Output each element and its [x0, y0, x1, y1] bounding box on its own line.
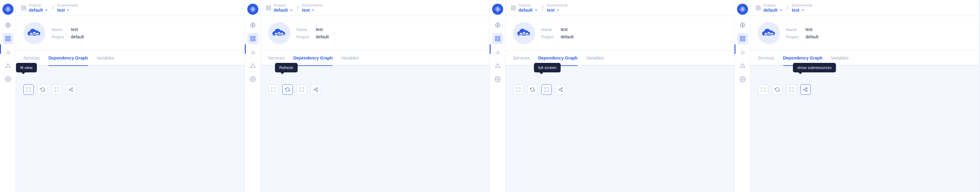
refresh-button[interactable] — [38, 84, 48, 95]
chart-icon[interactable] — [492, 47, 503, 58]
svg-point-78 — [803, 89, 805, 90]
refresh-button[interactable] — [282, 84, 293, 95]
tab-dependency-graph[interactable]: Dependency Graph — [293, 50, 333, 66]
tab-variables[interactable]: Variables — [97, 50, 114, 66]
projects-nav: Projects default — [29, 3, 49, 13]
grid-icon[interactable] — [492, 33, 503, 44]
fullscreen-button[interactable] — [52, 84, 62, 95]
grid-icon[interactable] — [737, 33, 748, 44]
header-grid-icon[interactable] — [21, 5, 26, 11]
refresh-button[interactable] — [772, 84, 783, 95]
chart-icon[interactable] — [2, 47, 14, 58]
tooltip: Refresh — [275, 63, 298, 72]
projects-chevron[interactable] — [44, 8, 49, 12]
fit-view-button[interactable] — [268, 84, 278, 95]
globe-icon[interactable] — [737, 20, 748, 31]
environments-chevron[interactable] — [311, 8, 315, 12]
triangle-icon[interactable] — [2, 60, 14, 71]
active-indicator — [490, 44, 491, 54]
refresh-button[interactable] — [527, 84, 538, 95]
environments-value[interactable]: test — [547, 8, 567, 13]
sidebar-logo[interactable] — [247, 4, 258, 15]
environments-value[interactable]: test — [57, 8, 78, 13]
grid-icon[interactable] — [2, 33, 14, 44]
fit-view-button[interactable] — [23, 84, 34, 95]
svg-point-8 — [7, 79, 9, 80]
panel-3: Projects default / Environments test Nam… — [490, 0, 735, 192]
tooltip: full screen — [534, 63, 561, 72]
share-button[interactable] — [555, 84, 566, 95]
tab-variables[interactable]: Variables — [586, 50, 604, 66]
environments-chevron[interactable] — [556, 8, 560, 12]
fullscreen-button[interactable] — [786, 84, 797, 95]
projects-chevron[interactable] — [289, 8, 293, 12]
projects-value[interactable]: default — [274, 8, 293, 13]
projects-label: Projects — [519, 3, 538, 7]
projects-chevron[interactable] — [779, 8, 783, 12]
gear-icon[interactable] — [737, 74, 748, 85]
gear-icon[interactable] — [247, 74, 258, 85]
svg-rect-10 — [24, 6, 26, 7]
projects-value[interactable]: default — [519, 8, 538, 13]
header-grid-icon[interactable] — [266, 5, 271, 11]
globe-icon[interactable] — [492, 20, 503, 31]
env-details: Name test Project default — [52, 27, 84, 39]
toolbar-area: full screen — [506, 66, 734, 192]
svg-rect-25 — [253, 36, 255, 38]
environments-value[interactable]: test — [302, 8, 323, 13]
tab-services[interactable]: Services — [513, 50, 530, 66]
share-button[interactable] — [310, 84, 321, 95]
header-grid-icon[interactable] — [756, 5, 761, 11]
svg-rect-31 — [266, 8, 268, 10]
chart-icon[interactable] — [737, 47, 748, 58]
tab-services[interactable]: Services — [758, 50, 775, 66]
environments-chevron[interactable] — [800, 8, 805, 12]
fit-view-button[interactable] — [513, 84, 523, 95]
fullscreen-button[interactable] — [541, 84, 552, 95]
sidebar — [245, 0, 261, 192]
sidebar-logo[interactable] — [737, 4, 748, 15]
svg-point-57 — [561, 87, 563, 89]
env-details: Name test Project default — [541, 27, 574, 39]
projects-label: Projects — [764, 3, 783, 7]
triangle-icon[interactable] — [737, 60, 748, 71]
globe-icon[interactable] — [247, 20, 258, 31]
nav-divider: / — [52, 5, 54, 11]
gear-icon[interactable] — [492, 74, 503, 85]
globe-icon[interactable] — [2, 20, 14, 31]
header-grid-icon[interactable] — [511, 5, 516, 11]
grid-icon[interactable] — [247, 33, 258, 44]
environment-icon — [268, 22, 290, 44]
panel-4: Projects default / Environments test Nam… — [735, 0, 979, 192]
fit-view-button[interactable] — [758, 84, 768, 95]
chart-icon[interactable] — [247, 47, 258, 58]
environment-icon — [513, 22, 535, 44]
share-button[interactable] — [800, 84, 811, 95]
environments-value[interactable]: test — [792, 8, 812, 13]
svg-rect-72 — [759, 8, 760, 10]
name-value: test — [561, 27, 568, 32]
sidebar-logo[interactable] — [2, 4, 14, 15]
svg-rect-29 — [266, 6, 268, 7]
toolbar-area: Refresh — [261, 66, 489, 192]
svg-point-62 — [741, 9, 743, 10]
gear-icon[interactable] — [2, 74, 14, 85]
svg-rect-6 — [6, 39, 7, 41]
triangle-icon[interactable] — [492, 60, 503, 71]
projects-value[interactable]: default — [29, 8, 49, 13]
fullscreen-button[interactable] — [296, 84, 307, 95]
projects-chevron[interactable] — [534, 8, 538, 12]
svg-point-19 — [72, 90, 73, 92]
environments-chevron[interactable] — [66, 8, 70, 12]
sidebar-logo[interactable] — [492, 4, 503, 15]
svg-rect-67 — [743, 39, 745, 41]
svg-point-58 — [559, 89, 560, 90]
project-row: Project default — [541, 35, 574, 39]
projects-value[interactable]: default — [764, 8, 783, 13]
tab-dependency-graph[interactable]: Dependency Graph — [49, 50, 88, 66]
tab-variables[interactable]: Variables — [341, 50, 359, 66]
name-row: Name test — [786, 27, 818, 32]
triangle-icon[interactable] — [247, 60, 258, 71]
toolbar-buttons — [23, 84, 237, 95]
share-button[interactable] — [66, 84, 76, 95]
